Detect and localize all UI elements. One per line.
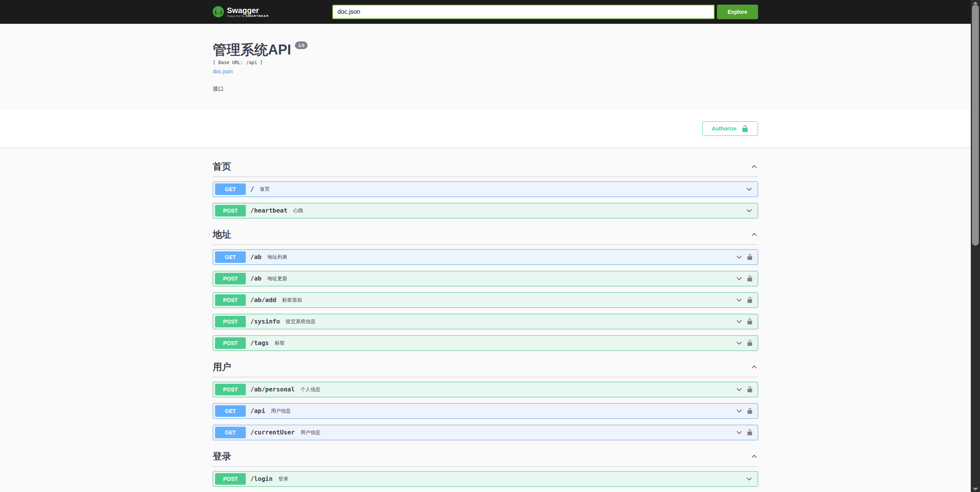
operation-row[interactable]: GET /currentUser 用户信息 xyxy=(213,425,758,440)
chevron-down-icon[interactable] xyxy=(735,275,743,282)
method-badge: POST xyxy=(215,316,246,327)
braces-glyph: {…} xyxy=(215,9,222,15)
operations-list: 首页 GET / 首页 POST /heartbeat 心跳 地址 xyxy=(205,147,766,492)
chevron-down-icon[interactable] xyxy=(745,475,753,483)
chevron-down-icon[interactable] xyxy=(735,296,743,304)
api-section: 首页 GET / 首页 POST /heartbeat 心跳 xyxy=(213,157,758,218)
section-title: 首页 xyxy=(213,160,231,173)
lock-icon[interactable] xyxy=(747,340,753,346)
swagger-ui-page: {…} Swagger Supported by SMARTBEAR Explo… xyxy=(0,0,971,492)
method-badge: POST xyxy=(215,473,246,485)
chevron-up-icon[interactable] xyxy=(750,163,758,170)
chevron-down-icon[interactable] xyxy=(735,253,743,261)
operation-summary: 地址列表 xyxy=(267,254,735,261)
operation-path: /api xyxy=(250,407,265,414)
chevron-down-icon[interactable] xyxy=(735,386,743,393)
section-header[interactable]: 首页 xyxy=(213,157,758,177)
api-description: 接口 xyxy=(213,86,758,92)
explore-button[interactable]: Explore xyxy=(717,5,758,19)
chevron-down-icon[interactable] xyxy=(735,407,743,415)
method-badge: POST xyxy=(215,337,246,349)
info-section: 管理系统API 1.0 [ Base URL: /api ] doc.json … xyxy=(0,24,971,110)
unlock-icon xyxy=(741,125,749,132)
swagger-logo[interactable]: {…} Swagger Supported by SMARTBEAR xyxy=(213,6,269,18)
section-header[interactable]: 用户 xyxy=(213,357,758,377)
swagger-logo-icon: {…} xyxy=(213,6,224,17)
authorize-button[interactable]: Authorize xyxy=(702,121,758,136)
method-badge: GET xyxy=(215,405,246,417)
lock-icon[interactable] xyxy=(747,429,753,436)
api-section: 登录 POST /login 登录 POST /loginstatus 登录状态 xyxy=(213,446,758,492)
section-title: 用户 xyxy=(213,361,231,373)
lock-icon[interactable] xyxy=(747,297,753,303)
lock-icon[interactable] xyxy=(747,408,753,414)
chevron-down-icon[interactable] xyxy=(735,318,743,325)
operation-row[interactable]: POST /tags 标签 xyxy=(213,335,758,351)
section-header[interactable]: 登录 xyxy=(213,446,758,467)
chevron-down-icon[interactable] xyxy=(745,207,753,215)
operation-path: /ab xyxy=(250,253,262,261)
scrollbar-thumb[interactable] xyxy=(972,5,979,246)
operation-path: /login xyxy=(250,475,273,482)
lock-icon[interactable] xyxy=(747,318,753,325)
section-operations: GET / 首页 POST /heartbeat 心跳 xyxy=(213,182,758,218)
operation-summary: 用户信息 xyxy=(271,408,735,414)
topbar: {…} Swagger Supported by SMARTBEAR Explo… xyxy=(0,0,971,24)
lock-icon[interactable] xyxy=(747,254,753,260)
operation-summary: 心跳 xyxy=(293,207,745,214)
chevron-up-icon[interactable] xyxy=(750,452,758,460)
scroll-down-arrow-icon[interactable] xyxy=(973,488,978,490)
brand-name: Swagger xyxy=(227,6,269,15)
operation-path: /tags xyxy=(250,339,269,347)
operation-summary: 标签添加 xyxy=(282,297,735,304)
section-title: 登录 xyxy=(213,450,231,462)
chevron-up-icon[interactable] xyxy=(750,231,758,238)
method-badge: GET xyxy=(215,427,246,438)
operation-row[interactable]: POST /ab/add 标签添加 xyxy=(213,292,758,308)
section-header[interactable]: 地址 xyxy=(213,225,758,245)
method-badge: GET xyxy=(215,183,246,195)
tagline-brand: SMARTBEAR xyxy=(246,14,269,18)
chevron-down-icon[interactable] xyxy=(735,339,743,347)
lock-icon[interactable] xyxy=(747,275,753,282)
operation-summary: 登录 xyxy=(278,475,745,482)
scrollbar[interactable] xyxy=(971,0,980,492)
version-text: 1.0 xyxy=(298,43,304,48)
operation-path: /ab/add xyxy=(250,296,276,304)
operation-row[interactable]: POST /sysinfo 提交系统信息 xyxy=(213,314,758,329)
chevron-up-icon[interactable] xyxy=(750,363,758,371)
section-operations: GET /ab 地址列表 POST /ab 地址更新 POST /ab/add … xyxy=(213,249,758,351)
operation-summary: 用户信息 xyxy=(301,429,735,436)
operation-row[interactable]: POST /login 登录 xyxy=(213,471,758,487)
method-badge: POST xyxy=(215,294,246,306)
operation-path: /sysinfo xyxy=(250,318,280,325)
operation-summary: 首页 xyxy=(260,186,745,193)
spec-url-input[interactable] xyxy=(332,5,715,19)
operation-row[interactable]: POST /ab/personal 个人信息 xyxy=(213,382,758,397)
chevron-down-icon[interactable] xyxy=(745,185,753,193)
operation-summary: 标签 xyxy=(275,340,735,347)
operation-row[interactable]: POST /heartbeat 心跳 xyxy=(213,203,758,218)
chevron-down-icon[interactable] xyxy=(735,429,743,436)
operation-row[interactable]: GET /ab 地址列表 xyxy=(213,249,758,265)
scroll-up-arrow-icon[interactable] xyxy=(973,2,978,4)
operation-row[interactable]: POST /ab 地址更新 xyxy=(213,271,758,286)
api-title-text: 管理系统API xyxy=(213,42,291,58)
lock-icon[interactable] xyxy=(747,386,753,393)
spec-link[interactable]: doc.json xyxy=(213,68,233,74)
operation-summary: 提交系统信息 xyxy=(286,318,735,325)
base-url: [ Base URL: /api ] xyxy=(213,60,758,65)
operation-path: /ab xyxy=(250,275,262,282)
section-title: 地址 xyxy=(213,228,231,241)
brand-text: Swagger Supported by SMARTBEAR xyxy=(227,6,269,18)
brand-tagline: Supported by SMARTBEAR xyxy=(227,15,269,18)
operation-row[interactable]: GET / 首页 xyxy=(213,182,758,197)
method-badge: POST xyxy=(215,384,246,395)
operation-row[interactable]: GET /api 用户信息 xyxy=(213,403,758,419)
api-section: 地址 GET /ab 地址列表 POST /ab 地址更新 POST /ab/a… xyxy=(213,225,758,351)
version-badge: 1.0 xyxy=(295,41,308,49)
scheme-container: Authorize xyxy=(0,110,971,147)
api-section: 用户 POST /ab/personal 个人信息 GET /api 用户信息 … xyxy=(213,357,758,440)
spec-url-form: Explore xyxy=(332,5,758,19)
api-title: 管理系统API 1.0 xyxy=(213,42,758,58)
